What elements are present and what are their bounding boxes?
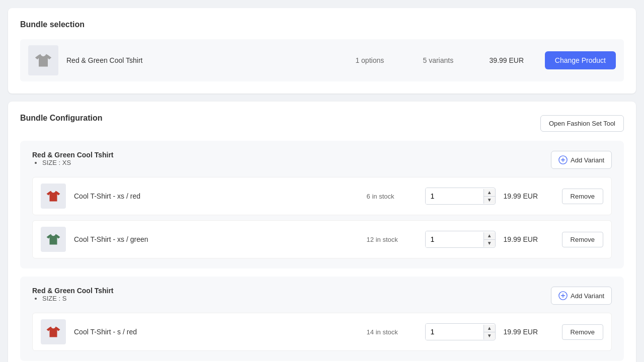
variant-row-xs-green: Cool T-Shirt - xs / green 12 in stock ▲ … — [32, 220, 612, 258]
qty-arrows-s-red: ▲ ▼ — [484, 325, 495, 339]
variant-name-xs-red: Cool T-Shirt - xs / red — [74, 192, 359, 200]
bundle-group-xs-title: Red & Green Cool Tshirt — [32, 151, 114, 159]
bundle-group-xs: Red & Green Cool Tshirt SIZE : XS Add Va… — [20, 141, 624, 268]
tshirt-s-red-icon — [46, 324, 61, 339]
add-variant-button-xs[interactable]: Add Variant — [551, 151, 612, 169]
open-fashion-set-tool-button[interactable]: Open Fashion Set Tool — [540, 115, 624, 132]
bundle-group-s-size: SIZE : S — [42, 295, 114, 302]
variant-stock-s-red: 14 in stock — [367, 328, 417, 336]
tshirt-xs-red-icon — [46, 189, 61, 204]
tshirt-xs-green-icon — [46, 232, 61, 247]
variant-row-xs-red: Cool T-Shirt - xs / red 6 in stock ▲ ▼ 1… — [32, 177, 612, 215]
bundle-group-xs-size: SIZE : XS — [42, 159, 114, 166]
product-price: 39.99 EUR — [476, 56, 537, 64]
remove-button-xs-red[interactable]: Remove — [562, 189, 603, 204]
change-product-button[interactable]: Change Product — [545, 51, 616, 69]
add-variant-button-s[interactable]: Add Variant — [551, 287, 612, 305]
add-variant-label-s: Add Variant — [571, 292, 604, 300]
variant-name-xs-green: Cool T-Shirt - xs / green — [74, 235, 359, 243]
qty-up-xs-red[interactable]: ▲ — [484, 189, 495, 197]
product-thumbnail — [28, 45, 58, 75]
qty-down-xs-red[interactable]: ▼ — [484, 197, 495, 204]
quantity-input-xs-green[interactable] — [426, 231, 484, 247]
plus-circle-icon — [558, 155, 568, 164]
variant-stock-xs-red: 6 in stock — [367, 193, 417, 200]
bundle-product-row: Red & Green Cool Tshirt 1 options 5 vari… — [20, 39, 624, 81]
plus-circle-icon-s — [558, 291, 568, 300]
quantity-input-xs-red[interactable] — [426, 188, 484, 204]
variant-thumb-s-red — [41, 319, 66, 344]
variant-thumb-xs-red — [41, 184, 66, 209]
qty-down-s-red[interactable]: ▼ — [484, 332, 495, 339]
bundle-group-s-info: Red & Green Cool Tshirt SIZE : S — [32, 287, 114, 302]
variant-price-xs-red: 19.99 EUR — [504, 192, 554, 200]
variant-row-s-red: Cool T-Shirt - s / red 14 in stock ▲ ▼ 1… — [32, 313, 612, 351]
variant-stock-xs-green: 12 in stock — [367, 236, 417, 243]
bundle-configuration-title: Bundle Configuration — [20, 114, 103, 123]
remove-button-s-red[interactable]: Remove — [562, 324, 603, 340]
config-header: Bundle Configuration Open Fashion Set To… — [20, 114, 624, 133]
product-name: Red & Green Cool Tshirt — [66, 56, 332, 64]
qty-up-s-red[interactable]: ▲ — [484, 325, 495, 332]
add-variant-label-xs: Add Variant — [571, 156, 604, 164]
qty-arrows-xs-red: ▲ ▼ — [484, 189, 495, 204]
bundle-group-s-title: Red & Green Cool Tshirt — [32, 287, 114, 295]
bundle-group-xs-info: Red & Green Cool Tshirt SIZE : XS — [32, 151, 114, 166]
bundle-group-s-header: Red & Green Cool Tshirt SIZE : S Add Var… — [32, 287, 612, 305]
bundle-selection-card: Bundle selection Red & Green Cool Tshirt… — [8, 8, 636, 94]
quantity-wrapper-xs-red: ▲ ▼ — [425, 188, 496, 205]
bundle-group-s-size-list: SIZE : S — [32, 295, 114, 302]
product-options: 1 options — [340, 56, 400, 64]
variant-price-s-red: 19.99 EUR — [504, 328, 554, 336]
remove-button-xs-green[interactable]: Remove — [562, 232, 603, 247]
product-variants: 5 variants — [408, 56, 468, 64]
variant-name-s-red: Cool T-Shirt - s / red — [74, 328, 359, 336]
bundle-group-s: Red & Green Cool Tshirt SIZE : S Add Var… — [20, 277, 624, 361]
variant-thumb-xs-green — [41, 227, 66, 252]
qty-arrows-xs-green: ▲ ▼ — [484, 232, 495, 247]
quantity-input-s-red[interactable] — [426, 324, 484, 340]
bundle-group-xs-size-list: SIZE : XS — [32, 159, 114, 166]
bundle-selection-title: Bundle selection — [20, 20, 624, 29]
qty-up-xs-green[interactable]: ▲ — [484, 232, 495, 240]
quantity-wrapper-s-red: ▲ ▼ — [425, 323, 496, 340]
variant-price-xs-green: 19.99 EUR — [504, 235, 554, 243]
bundle-configuration-card: Bundle Configuration Open Fashion Set To… — [8, 102, 636, 362]
bundle-group-xs-header: Red & Green Cool Tshirt SIZE : XS Add Va… — [32, 151, 612, 169]
qty-down-xs-green[interactable]: ▼ — [484, 240, 495, 247]
quantity-wrapper-xs-green: ▲ ▼ — [425, 231, 496, 248]
